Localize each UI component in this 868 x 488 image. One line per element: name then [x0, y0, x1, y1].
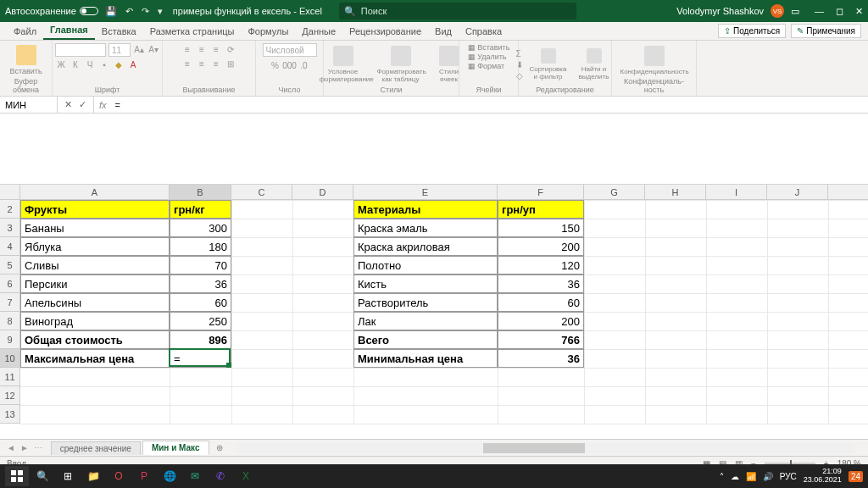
horizontal-scrollbar[interactable] [236, 443, 854, 453]
taskbar-app-ppt[interactable]: P [132, 466, 156, 486]
taskbar-app-viber[interactable]: ✆ [209, 466, 232, 486]
ribbon-mode-icon[interactable]: ▭ [791, 6, 799, 17]
taskbar-app-chrome[interactable]: 🌐 [158, 466, 181, 486]
confidentiality-button[interactable]: Конфиденциальность [617, 44, 692, 77]
font-family[interactable] [55, 43, 106, 57]
row-header-3[interactable]: 3 [0, 219, 19, 237]
number-format[interactable] [263, 43, 317, 57]
tab-file[interactable]: Файл [7, 23, 43, 40]
cell-E3[interactable]: Краска эмаль [353, 219, 498, 237]
bold-icon[interactable]: Ж [55, 58, 67, 70]
cell-E6[interactable]: Кисть [353, 274, 498, 293]
tab-help[interactable]: Справка [459, 23, 509, 40]
col-header-C[interactable]: C [231, 185, 292, 199]
cell-B8[interactable]: 250 [170, 312, 231, 330]
cell-B5[interactable]: 70 [170, 256, 231, 274]
cell-A10[interactable]: Максимальная цена [20, 349, 170, 368]
cell-E9[interactable]: Всего [353, 330, 498, 349]
cell-E8[interactable]: Лак [353, 312, 498, 330]
tray-volume-icon[interactable]: 🔊 [763, 472, 773, 481]
format-cells[interactable]: ▦ Формат [468, 62, 505, 70]
comments-button[interactable]: ✎Примечания [791, 24, 861, 38]
system-tray[interactable]: ˄ ☁ 📶 🔊 РУС 21:0923.06.2021 24 [720, 468, 863, 485]
sheet-prev-icon[interactable]: ◄ [7, 443, 15, 452]
add-sheet-button[interactable]: ⊕ [211, 441, 228, 454]
col-header-I[interactable]: I [706, 185, 767, 199]
cell-A9[interactable]: Общая стоимость [20, 330, 170, 349]
font-color-icon[interactable]: A [127, 58, 139, 70]
row-header-6[interactable]: 6 [0, 274, 19, 293]
row-header-13[interactable]: 13 [0, 405, 19, 424]
underline-icon[interactable]: Ч [84, 58, 96, 70]
accept-formula-icon[interactable]: ✓ [79, 99, 86, 110]
name-box[interactable]: МИН [0, 97, 58, 113]
taskbar-app-explorer[interactable]: 📁 [81, 466, 105, 486]
cell-F2[interactable]: грн/уп [498, 200, 584, 219]
sheet-next-icon[interactable]: ► [20, 443, 29, 452]
row-header-5[interactable]: 5 [0, 256, 19, 274]
col-header-J[interactable]: J [767, 185, 828, 199]
cell-B6[interactable]: 36 [170, 274, 231, 293]
search-box[interactable]: 🔍 Поиск [339, 3, 576, 19]
taskbar-taskview-icon[interactable]: ⊞ [56, 466, 80, 486]
find-select-button[interactable]: Найти и выделить [574, 47, 615, 82]
tab-home[interactable]: Главная [43, 21, 95, 40]
col-header-E[interactable]: E [353, 185, 498, 199]
taskbar-search-icon[interactable]: 🔍 [31, 466, 54, 486]
cell-F3[interactable]: 150 [498, 219, 584, 237]
cell-B9[interactable]: 896 [170, 330, 231, 349]
taskbar-app-outlook[interactable]: ✉ [183, 466, 207, 486]
row-header-12[interactable]: 12 [0, 386, 19, 405]
insert-cells[interactable]: ▦ Вставить [468, 43, 510, 52]
cell-E5[interactable]: Полотно [353, 256, 498, 274]
redo-icon[interactable]: ↷ [142, 6, 149, 17]
col-header-F[interactable]: F [498, 185, 584, 199]
col-header-D[interactable]: D [292, 185, 353, 199]
cancel-formula-icon[interactable]: ✕ [64, 99, 72, 110]
cell-E7[interactable]: Растворитель [353, 293, 498, 312]
tray-lang[interactable]: РУС [780, 472, 797, 481]
col-header-H[interactable]: H [645, 185, 706, 199]
taskbar-app-opera[interactable]: O [107, 466, 131, 486]
paste-button[interactable]: Вставить [6, 43, 45, 77]
cell-F8[interactable]: 200 [498, 312, 584, 330]
cell-E4[interactable]: Краска акриловая [353, 237, 498, 256]
autosave-toggle[interactable]: Автосохранение [5, 6, 98, 16]
tray-wifi-icon[interactable]: 📶 [746, 472, 756, 481]
col-header-G[interactable]: G [584, 185, 645, 199]
cell-F5[interactable]: 120 [498, 256, 584, 274]
col-header-B[interactable]: B [170, 185, 231, 199]
cond-format-button[interactable]: Условное форматирование [316, 44, 370, 85]
tab-review[interactable]: Рецензирование [342, 23, 428, 40]
cell-F10[interactable]: 36 [498, 349, 584, 368]
qat-more-icon[interactable]: ▾ [158, 6, 163, 17]
fx-icon[interactable]: fx [94, 100, 112, 110]
cell-B10[interactable]: = [170, 349, 231, 368]
tab-formulas[interactable]: Формулы [241, 23, 295, 40]
cell-A6[interactable]: Персики [20, 274, 170, 293]
cell-B2[interactable]: грн/кг [170, 200, 231, 219]
taskbar-app-excel[interactable]: X [234, 466, 258, 486]
tray-clock[interactable]: 21:0923.06.2021 [804, 468, 842, 485]
cell-E2[interactable]: Материалы [353, 200, 498, 219]
cell-F7[interactable]: 60 [498, 293, 584, 312]
start-button[interactable] [5, 466, 29, 486]
cell-B7[interactable]: 60 [170, 293, 231, 312]
tray-notification-badge[interactable]: 24 [849, 471, 863, 482]
avatar[interactable]: VS [771, 4, 784, 18]
italic-icon[interactable]: К [70, 58, 81, 70]
cell-E10[interactable]: Минимальная цена [353, 349, 498, 368]
format-table-button[interactable]: Форматировать как таблицу [374, 44, 428, 85]
cell-A3[interactable]: Бананы [20, 219, 170, 237]
formula-input[interactable]: = [112, 100, 868, 110]
spreadsheet-grid[interactable]: ABCDEFGHIJ 2345678910111213 Фруктыгрн/кг… [0, 185, 868, 439]
tab-layout[interactable]: Разметка страницы [143, 23, 242, 40]
tab-data[interactable]: Данные [295, 23, 342, 40]
toggle-switch[interactable] [80, 7, 98, 15]
cell-B4[interactable]: 180 [170, 237, 231, 256]
cell-A2[interactable]: Фрукты [20, 200, 170, 219]
close-icon[interactable]: ✕ [855, 6, 863, 17]
tab-insert[interactable]: Вставка [95, 23, 143, 40]
row-header-9[interactable]: 9 [0, 330, 19, 349]
row-header-8[interactable]: 8 [0, 312, 19, 330]
